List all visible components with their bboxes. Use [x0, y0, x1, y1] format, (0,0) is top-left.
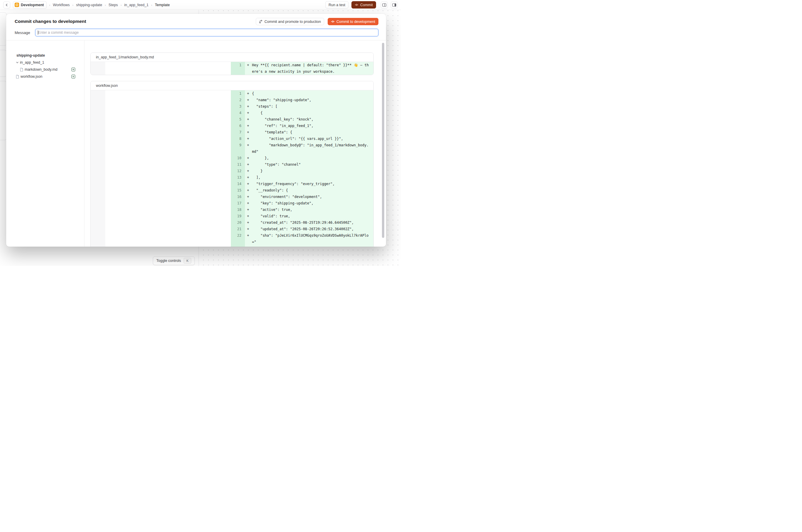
diff-sign: + — [245, 220, 252, 226]
old-line-gutter — [91, 135, 105, 142]
breadcrumb-separator: › — [120, 3, 122, 7]
diff-code: "channel_key": "knock", — [252, 116, 369, 122]
commit-and-promote-button[interactable]: Commit and promote to production — [256, 18, 324, 25]
text-caret — [38, 31, 38, 35]
diff-line: 8+ "action_url": "{{ vars.app_url }}", — [91, 135, 373, 142]
diff-sign: + — [245, 161, 252, 168]
breadcrumb-item-workflow-key[interactable]: shipping-update — [76, 3, 102, 7]
modal-title: Commit changes to development — [15, 19, 86, 24]
file-tree: shipping-update in_app_feed_1 markdown_b… — [6, 40, 85, 247]
diff-code: "markdown_body@": "in_app_feed_1/markdow… — [252, 142, 369, 155]
diff-code: "environment": "development", — [252, 193, 369, 200]
diff-sign: + — [245, 193, 252, 200]
line-number: 18 — [231, 207, 245, 213]
diff-sign: + — [245, 207, 252, 213]
modal-actions: Commit and promote to production Commit … — [256, 18, 378, 25]
tree-root-shipping-update[interactable]: shipping-update — [6, 52, 84, 59]
environment-name: Development — [21, 3, 44, 7]
diff-sign: + — [245, 187, 252, 193]
old-line-content — [105, 174, 231, 180]
added-line: + "created_at": "2025-08-25T19:29:46.644… — [245, 220, 373, 226]
diff-code: "steps": [ — [252, 103, 369, 110]
added-line: + "ref": "in_app_feed_1", — [245, 122, 373, 129]
added-line: + "steps": [ — [245, 103, 373, 110]
diff-code: "template": { — [252, 129, 369, 135]
line-number: 22 — [231, 232, 245, 245]
added-file-icon — [71, 75, 75, 79]
commit-to-development-button[interactable]: Commit to development — [328, 18, 378, 25]
modal-scrollbar[interactable] — [382, 43, 384, 238]
toggle-controls-button[interactable]: Toggle controls K — [153, 256, 195, 265]
old-line-content — [105, 232, 231, 245]
old-line-content — [105, 226, 231, 232]
diff-sign: + — [245, 180, 252, 187]
panel-split-icon — [382, 3, 386, 7]
panel-toggles — [381, 1, 398, 8]
diff-code: "valid": true, — [252, 213, 369, 220]
commit-button[interactable]: Commit — [351, 1, 376, 8]
message-input[interactable] — [35, 29, 378, 36]
line-number: 1 — [231, 62, 245, 75]
run-test-button[interactable]: Run a test — [325, 1, 349, 8]
added-line: + "name": "shipping-update", — [245, 97, 373, 103]
diff-line: 2+ "name": "shipping-update", — [91, 97, 373, 103]
back-button[interactable] — [3, 1, 10, 8]
old-line-gutter — [91, 103, 105, 110]
added-line: + }, — [245, 155, 373, 161]
toggle-left-panel-button[interactable] — [381, 1, 388, 8]
diff-code: "__readonly": { — [252, 187, 369, 193]
environment-selector[interactable]: Development — [13, 1, 46, 9]
old-line-content — [105, 135, 231, 142]
commit-and-promote-label: Commit and promote to production — [265, 20, 321, 24]
added-line: + "type": "channel" — [245, 161, 373, 168]
tree-folder-in-app-feed[interactable]: in_app_feed_1 — [6, 59, 84, 66]
old-line-gutter — [91, 129, 105, 135]
diff-code: "name": "shipping-update", — [252, 97, 369, 103]
old-line-gutter — [91, 116, 105, 122]
diff-code: "key": "shipping-update", — [252, 200, 369, 207]
old-line-gutter — [91, 168, 105, 174]
added-line: + "updated_at": "2025-08-26T20:26:52.364… — [245, 226, 373, 232]
tree-file-workflow-json[interactable]: workflow.json — [6, 73, 84, 80]
line-number: 13 — [231, 174, 245, 180]
old-line-gutter — [91, 142, 105, 155]
old-line-content — [105, 207, 231, 213]
added-line: + "template": { — [245, 129, 373, 135]
line-number: 16 — [231, 193, 245, 200]
toggle-right-panel-button[interactable] — [391, 1, 398, 8]
tree-file-markdown-body[interactable]: markdown_body.md — [6, 66, 84, 73]
old-line-gutter — [91, 232, 105, 245]
toggle-controls-label: Toggle controls — [156, 259, 181, 263]
line-number: 3 — [231, 103, 245, 110]
diff-code: "ref": "in_app_feed_1", — [252, 122, 369, 129]
added-line: + { — [245, 110, 373, 116]
line-number: 19 — [231, 213, 245, 220]
breadcrumb-item-step[interactable]: in_app_feed_1 — [124, 3, 149, 7]
diff-code: "active": true, — [252, 207, 369, 213]
breadcrumb-item-template[interactable]: Template — [155, 3, 170, 7]
commit-modal: Commit changes to development Commit and… — [6, 14, 386, 247]
topbar: Development › Workflows › shipping-updat… — [0, 0, 401, 10]
old-line-content — [105, 187, 231, 193]
diff-code: "created_at": "2025-08-25T19:29:46.64450… — [252, 220, 369, 226]
old-line-content — [105, 220, 231, 226]
line-number: 14 — [231, 180, 245, 187]
modal-body: shipping-update in_app_feed_1 markdown_b… — [6, 40, 386, 247]
diff-line: 9+ "markdown_body@": "in_app_feed_1/mark… — [91, 142, 373, 155]
old-line-content — [105, 97, 231, 103]
old-line-content — [105, 155, 231, 161]
breadcrumb-item-steps[interactable]: Steps — [109, 3, 118, 7]
diff-sign: + — [245, 226, 252, 232]
diff-code: } — [252, 168, 369, 174]
diff-sign: + — [245, 129, 252, 135]
old-line-gutter — [91, 62, 105, 75]
added-line: + "active": true, — [245, 207, 373, 213]
diff-code: "sha": "pJeLVir6xIlUCMGqs9qroZoUAVDSwA0y… — [252, 232, 369, 245]
old-line-content — [105, 90, 231, 97]
modal-header: Commit changes to development Commit and… — [6, 14, 386, 40]
diff-line: 21+ "updated_at": "2025-08-26T20:26:52.3… — [91, 226, 373, 232]
kbd-k: K — [184, 258, 191, 264]
line-number: 23 — [231, 245, 245, 247]
added-line: + } — [245, 245, 373, 247]
breadcrumb-item-workflows[interactable]: Workflows — [53, 3, 70, 7]
